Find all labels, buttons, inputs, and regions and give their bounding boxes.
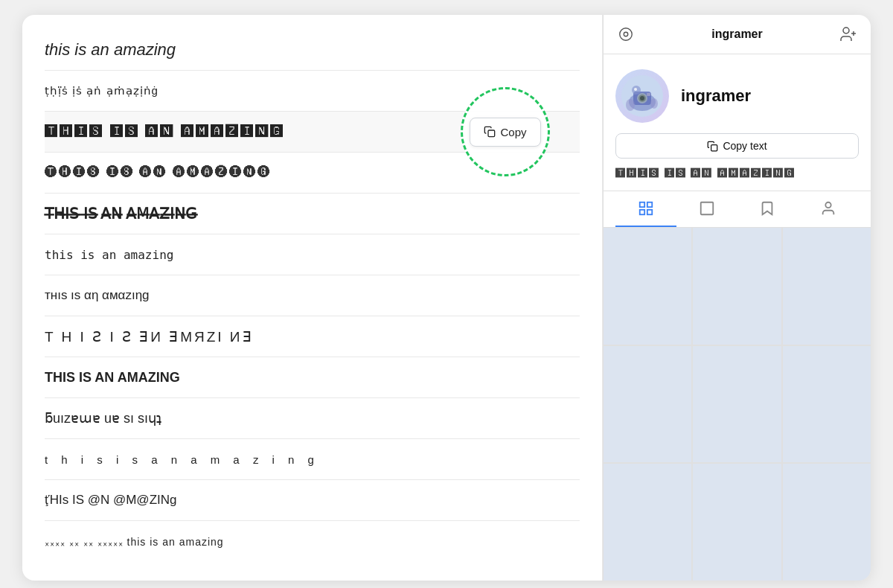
profile-tabs	[604, 191, 871, 228]
svg-point-2	[624, 32, 628, 36]
font-text-2: 🆃🅷🅸🆂 🅸🆂 🅰🅽 🅰🅼🅰🆉🅸🅽🅶	[45, 124, 285, 139]
font-text-11: ţΉΙs ΙS @Ν @Μ@ΖΙΝg	[45, 493, 176, 508]
grid-cell-2[interactable]	[783, 228, 871, 345]
font-row-12: ₓₓₓₓ ₓₓ ₓₓ ₓₓₓₓₓ this is an amazing	[45, 521, 580, 562]
profile-username-display: 🆃🅷🅸🆂 🅸🆂 🅰🅽 🅰🅼🅰🆉🅸🅽🅶	[615, 167, 859, 179]
font-text-1: ṭḥị̈ṡ ịṡ ạṅ ạṁạẓịṅġ	[45, 84, 159, 98]
font-row-4: T̶H̶I̶S̶ I̶S̶ A̶N̶ A̶M̶A̶Z̶I̶N̶G̶	[45, 194, 580, 234]
profile-top: ingramer	[615, 69, 859, 123]
copy-text-icon	[707, 141, 718, 152]
right-panel: ingramer	[603, 15, 871, 581]
font-row-5: this is an amazing	[45, 234, 580, 275]
font-row-2: 🆃🅷🅸🆂 🅸🆂 🅰🅽 🅰🅼🅰🆉🅸🅽🅶 Copy	[45, 112, 580, 153]
left-panel: this is an amazing ṭḥị̈ṡ ịṡ ạṅ ạṁạẓịṅġ 🆃…	[22, 15, 603, 581]
font-row-6: тнıs ıs αη αмαzıηg	[45, 275, 580, 316]
svg-rect-18	[640, 202, 644, 207]
svg-rect-22	[700, 202, 713, 215]
font-text-9: ƃuızɐɯɐ uɐ sı sıɥʇ	[45, 410, 161, 426]
font-text-3: 🅣🅗🅘🅢 🅘🅢 🅐🅝 🅐🅜🅐🅩🅘🅝🅖	[45, 165, 272, 180]
svg-rect-12	[647, 93, 650, 96]
font-row-7: T H I Ƨ I Ƨ ƎИ ƎMЯZI ИƎ	[45, 316, 580, 357]
tab-square[interactable]	[676, 191, 737, 227]
svg-rect-0	[488, 130, 495, 137]
font-text-10: t h i s i s a n a m a z i n g	[45, 453, 319, 466]
svg-point-23	[825, 202, 830, 208]
font-text-6: тнıs ıs αη αмαzıηg	[45, 288, 150, 303]
tab-grid[interactable]	[615, 191, 676, 227]
copy-text-button[interactable]: Copy text	[615, 133, 859, 159]
grid-cell-6[interactable]	[604, 464, 691, 581]
svg-rect-17	[711, 144, 717, 150]
photo-grid	[604, 228, 871, 581]
copy-button[interactable]: Copy	[470, 118, 540, 147]
grid-cell-5[interactable]	[783, 346, 871, 463]
grid-cell-0[interactable]	[604, 228, 691, 345]
svg-point-14	[634, 88, 637, 91]
svg-rect-21	[647, 210, 652, 214]
profile-section: ingramer Copy text 🆃🅷🅸🆂 🅸🆂 🅰🅽 🅰🅼🅰🆉🅸🅽🅶	[604, 54, 871, 191]
copy-circle: Copy	[461, 87, 550, 176]
grid-cell-4[interactable]	[693, 346, 781, 463]
font-text-5: this is an amazing	[45, 248, 173, 262]
font-text-4: T̶H̶I̶S̶ I̶S̶ A̶N̶ A̶M̶A̶Z̶I̶N̶G̶	[45, 205, 197, 223]
font-text-0: this is an amazing	[45, 40, 176, 60]
right-header: ingramer	[604, 15, 871, 54]
profile-name: ingramer	[681, 86, 751, 106]
svg-rect-20	[640, 210, 644, 214]
add-user-button[interactable]	[838, 24, 859, 45]
header-title: ingramer	[711, 28, 762, 41]
grid-cell-1[interactable]	[693, 228, 781, 345]
font-row-8: THIS IS AN AMAZING	[45, 357, 580, 398]
svg-rect-19	[647, 202, 652, 207]
grid-cell-8[interactable]	[783, 464, 871, 581]
tab-bookmark[interactable]	[737, 191, 798, 227]
grid-cell-7[interactable]	[693, 464, 781, 581]
font-row-9: ƃuızɐɯɐ uɐ sı sıɥʇ	[45, 398, 580, 439]
svg-point-15	[626, 99, 635, 111]
svg-point-16	[650, 98, 658, 109]
copy-icon	[484, 126, 496, 138]
copy-text-label: Copy text	[723, 140, 766, 152]
copy-overlay: Copy	[461, 87, 550, 176]
font-text-7: T H I Ƨ I Ƨ ƎИ ƎMЯZI ИƎ	[45, 328, 254, 345]
svg-point-1	[620, 28, 633, 41]
tab-person[interactable]	[798, 191, 859, 227]
font-row-0: this is an amazing	[45, 30, 580, 71]
main-container: this is an amazing ṭḥị̈ṡ ịṡ ạṅ ạṁạẓịṅġ 🆃…	[22, 15, 871, 581]
avatar	[615, 69, 669, 123]
font-row-11: ţΉΙs ΙS @Ν @Μ@ΖΙΝg	[45, 480, 580, 521]
grid-cell-3[interactable]	[604, 346, 691, 463]
svg-point-11	[640, 96, 644, 100]
font-row-10: t h i s i s a n a m a z i n g	[45, 439, 580, 480]
gear-icon[interactable]	[615, 24, 636, 45]
font-text-12: ₓₓₓₓ ₓₓ ₓₓ ₓₓₓₓₓ this is an amazing	[45, 536, 224, 548]
svg-point-3	[843, 28, 849, 33]
font-text-8: THIS IS AN AMAZING	[45, 370, 180, 386]
